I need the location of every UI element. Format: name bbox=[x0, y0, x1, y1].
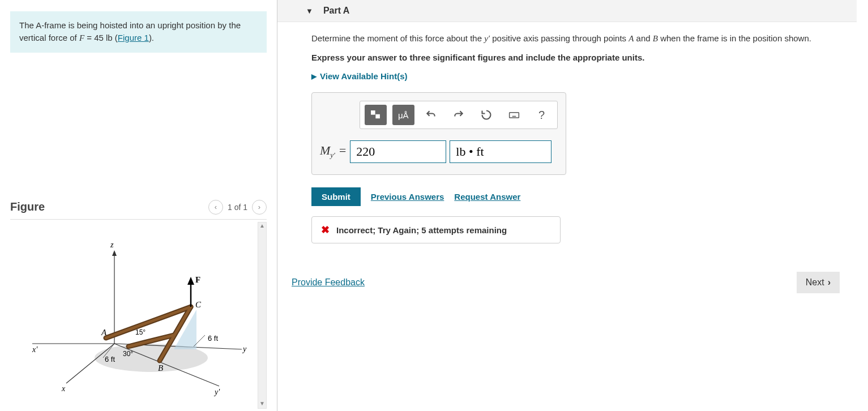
svg-marker-2 bbox=[112, 250, 117, 256]
feedback-box: ✖ Incorrect; Try Again; 5 attempts remai… bbox=[311, 216, 561, 243]
units-button[interactable]: μÅ bbox=[392, 105, 414, 125]
figure-body: z x' x y y' F bbox=[10, 222, 267, 409]
part-title: Part A bbox=[323, 6, 350, 16]
point-b-label: B bbox=[158, 363, 163, 373]
q-seg-2: positive axis passing through points bbox=[490, 33, 628, 43]
next-label: Next bbox=[806, 277, 824, 288]
figure-link[interactable]: Figure 1 bbox=[118, 33, 149, 42]
part-body: Determine the moment of this force about… bbox=[277, 22, 857, 293]
dim-6ft-left: 6 ft bbox=[105, 355, 115, 363]
answer-row: My′ = bbox=[320, 140, 558, 163]
axis-x-label: x bbox=[61, 384, 66, 393]
help-button[interactable]: ? bbox=[531, 105, 553, 125]
q-seg-4: when the frame is in the position shown. bbox=[658, 33, 811, 43]
left-panel: The A-frame is being hoisted into an upr… bbox=[0, 0, 277, 411]
figure-scrollbar[interactable]: ▲ ▼ bbox=[258, 222, 267, 409]
point-c-label: C bbox=[195, 300, 202, 309]
figure-nav: ‹ 1 of 1 › bbox=[208, 200, 267, 215]
problem-statement: The A-frame is being hoisted into an upr… bbox=[10, 11, 267, 53]
svg-rect-16 bbox=[371, 111, 375, 115]
paren-open: ( bbox=[113, 33, 118, 42]
provide-feedback-link[interactable]: Provide Feedback bbox=[292, 277, 365, 288]
svg-rect-17 bbox=[376, 114, 380, 118]
scroll-down-icon[interactable]: ▼ bbox=[258, 400, 266, 408]
axis-z-label: z bbox=[110, 241, 114, 249]
reset-button[interactable] bbox=[475, 105, 497, 125]
q-B: B bbox=[653, 34, 658, 43]
axis-yprime-label: y' bbox=[213, 388, 220, 396]
equation-toolbar: μÅ ? bbox=[360, 101, 558, 129]
q-yprime: y′ bbox=[484, 34, 490, 43]
question-text: Determine the moment of this force about… bbox=[311, 32, 840, 45]
submit-row: Submit Previous Answers Request Answer bbox=[311, 187, 840, 206]
hints-label: View Available Hint(s) bbox=[320, 71, 408, 81]
feedback-text: Incorrect; Try Again; 5 attempts remaini… bbox=[336, 225, 507, 235]
part-header[interactable]: ▼ Part A bbox=[277, 0, 857, 22]
footer-row: Provide Feedback Next › bbox=[311, 272, 840, 293]
figure-title: Figure bbox=[10, 200, 45, 213]
submit-button[interactable]: Submit bbox=[311, 187, 361, 206]
angle-15: 15° bbox=[135, 328, 146, 336]
aframe-diagram: z x' x y y' F bbox=[15, 230, 253, 400]
previous-answers-link[interactable]: Previous Answers bbox=[371, 192, 444, 202]
next-button[interactable]: Next › bbox=[797, 272, 840, 293]
incorrect-icon: ✖ bbox=[321, 224, 330, 236]
answer-variable: My′ = bbox=[320, 143, 347, 160]
request-answer-link[interactable]: Request Answer bbox=[454, 192, 520, 202]
dim-6ft-right: 6 ft bbox=[208, 334, 218, 342]
q-seg-1: Determine the moment of this force about… bbox=[311, 33, 484, 43]
point-a-label: A bbox=[101, 328, 107, 337]
answer-instruction: Express your answer to three significant… bbox=[311, 53, 840, 62]
answer-value-input[interactable] bbox=[350, 140, 446, 163]
force-label: F bbox=[195, 275, 200, 284]
figure-header: Figure ‹ 1 of 1 › bbox=[10, 200, 267, 220]
redo-button[interactable] bbox=[448, 105, 470, 125]
q-seg-3: and bbox=[634, 33, 652, 43]
keyboard-button[interactable] bbox=[503, 105, 525, 125]
scroll-up-icon[interactable]: ▲ bbox=[258, 222, 266, 230]
axis-xprime-label: x' bbox=[32, 345, 38, 354]
svg-rect-18 bbox=[509, 113, 519, 118]
force-variable: F bbox=[79, 33, 84, 42]
template-button[interactable] bbox=[365, 105, 387, 125]
answer-unit-input[interactable] bbox=[450, 140, 551, 163]
axis-y-label: y bbox=[242, 345, 247, 353]
angle-30: 30° bbox=[123, 350, 133, 358]
svg-marker-15 bbox=[187, 277, 194, 285]
paren-close: ). bbox=[149, 33, 154, 42]
figure-prev-button[interactable]: ‹ bbox=[208, 200, 223, 215]
figure-next-button[interactable]: › bbox=[252, 200, 267, 215]
undo-button[interactable] bbox=[420, 105, 442, 125]
answer-panel: μÅ ? My′ = bbox=[311, 92, 566, 175]
force-value: = 45 lb bbox=[84, 33, 113, 42]
chevron-right-icon: › bbox=[828, 277, 831, 288]
chevron-right-icon: ▶ bbox=[311, 72, 317, 80]
figure-counter: 1 of 1 bbox=[228, 203, 247, 212]
hints-toggle[interactable]: ▶ View Available Hint(s) bbox=[311, 71, 840, 81]
collapse-caret-icon[interactable]: ▼ bbox=[306, 7, 313, 15]
right-panel: ▼ Part A Determine the moment of this fo… bbox=[277, 0, 868, 411]
